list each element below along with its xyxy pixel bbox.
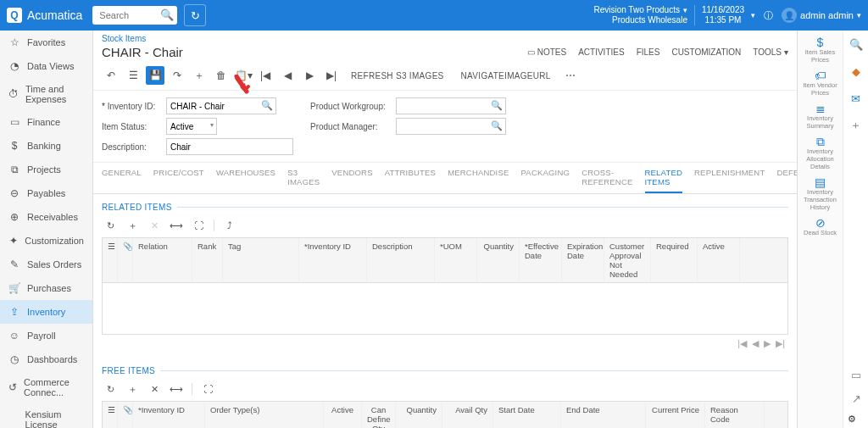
grid-refresh-button[interactable]: ↻ [102,217,119,234]
business-date[interactable]: 11/16/2023 11:35 PM [702,5,744,25]
product-manager-field[interactable] [396,118,506,135]
col-order-types[interactable]: Order Type(s) [205,402,324,428]
files-button[interactable]: FILES [637,47,660,57]
tab-related-items[interactable]: RELATED ITEMS [645,168,683,193]
sidebar-item-sales-orders[interactable]: ✎Sales Orders [0,253,92,276]
col-quantity[interactable]: Quantity [477,238,520,282]
mail-icon[interactable]: ✉ [848,90,865,107]
app-icon[interactable]: ◆ [848,63,865,80]
add-button[interactable]: ＋ [190,66,209,85]
tab-general[interactable]: GENERAL [102,168,142,193]
more-actions-button[interactable]: ⋯ [561,66,580,85]
search-icon[interactable]: 🔍 [848,36,865,53]
col-rank[interactable]: Rank [192,238,223,282]
grid-export-button[interactable]: ⛶ [199,381,216,397]
col-customer-approval[interactable]: Customer Approval Not Needed [604,238,651,282]
tab-vendors[interactable]: VENDORS [331,168,372,193]
tab-s-images[interactable]: S3 IMAGES [287,168,320,193]
refresh-s3-button[interactable]: REFRESH S3 IMAGES [344,66,451,85]
sidebar-item-purchases[interactable]: 🛒Purchases [0,276,92,300]
sidebar-item-customization[interactable]: ✦Customization [0,229,92,253]
product-workgroup-field[interactable] [396,97,506,114]
next-button[interactable]: ▶ [300,66,319,85]
first-button[interactable]: |◀ [256,66,275,85]
sidebar-item-time-and-expenses[interactable]: ⏱Time and Expenses [0,78,92,110]
col-avail-qty[interactable]: Avail Qty [442,402,493,428]
col-inventory-id[interactable]: *Inventory ID [133,402,205,428]
sidebar-item-finance[interactable]: ▭Finance [0,110,92,134]
user-menu[interactable]: 👤 admin admin ▾ [782,8,861,23]
tab-packaging[interactable]: PACKAGING [521,168,570,193]
col-can-define-qty[interactable]: Can Define Qty [362,402,396,428]
sidebar-item-inventory[interactable]: ⇪Inventory [0,300,92,324]
tab-replenishment[interactable]: REPLENISHMENT [694,168,765,193]
sidebar-item-kensium-license[interactable]: Kensium License [0,403,92,428]
tab-deferral[interactable]: DEFERRAL [776,168,797,193]
navigate-image-url-button[interactable]: NAVIGATEIMAGEURL [454,66,558,85]
item-status-field[interactable] [166,118,217,135]
col-tag[interactable]: Tag [223,238,299,282]
sidebar-item-dashboards[interactable]: ◷Dashboards [0,347,92,371]
help-button[interactable]: ⓘ [764,9,773,22]
panel-icon[interactable]: ▭ [848,366,865,383]
col-required[interactable]: Required [651,238,698,282]
pager-first-button[interactable]: |◀ [737,338,747,349]
col-uom[interactable]: *UOM [435,238,477,282]
col-end-date[interactable]: End Date [561,402,646,428]
description-field[interactable] [166,138,293,155]
notes-button[interactable]: ▭ NOTES [527,47,566,57]
col-description[interactable]: Description [367,238,435,282]
grid-add-button[interactable]: ＋ [124,217,141,234]
tab-warehouses[interactable]: WAREHOUSES [216,168,275,193]
tools-button[interactable]: TOOLS ▾ [753,47,788,57]
col-active[interactable]: Active [698,238,740,282]
grid-delete-button[interactable]: ✕ [146,217,163,234]
grid-selector-header[interactable]: ☰ [103,402,118,428]
customization-button[interactable]: CUSTOMIZATION [671,47,741,57]
clipboard-button[interactable]: 📋▾ [234,66,253,85]
sidebar-item-commerce-connec-[interactable]: ↺Commerce Connec... [0,371,92,403]
add-icon[interactable]: ＋ [848,117,865,134]
rail-item-dead-stock[interactable]: ⊘Dead Stock [801,216,840,240]
related-items-grid[interactable]: ☰ 📎 Relation Rank Tag *Inventory ID Desc… [102,237,788,335]
undo-button[interactable]: ↶ [102,66,120,85]
last-button[interactable]: ▶| [322,66,341,85]
col-inventory-id[interactable]: *Inventory ID [299,238,367,282]
sidebar-item-receivables[interactable]: ⊕Receivables [0,205,92,229]
grid-export-button[interactable]: ⛶ [190,217,207,234]
rail-item-inventory-allocation-details[interactable]: ⧉Inventory Allocation Details [801,135,840,174]
grid-fit-button[interactable]: ⟷ [168,381,185,397]
tab-cross-reference[interactable]: CROSS-REFERENCE [581,168,632,193]
brand[interactable]: Q Acumatica [7,8,82,23]
tab-attributes[interactable]: ATTRIBUTES [385,168,436,193]
grid-refresh-button[interactable]: ↻ [102,381,119,397]
prev-button[interactable]: ◀ [278,66,297,85]
save-button[interactable]: 💾 [146,66,164,85]
pager-prev-button[interactable]: ◀ [752,338,759,349]
col-start-date[interactable]: Start Date [493,402,561,428]
grid-selector-header[interactable]: ☰ [103,238,118,282]
col-reason-code[interactable]: Reason Code [705,402,765,428]
tab-merchandise[interactable]: MERCHANDISE [448,168,509,193]
search-icon[interactable]: 🔍 [160,8,174,21]
save-close-button[interactable]: ☰ [124,66,142,85]
rail-item-item-vendor-prices[interactable]: 🏷Item Vendor Prices [801,69,840,100]
settings-icon[interactable]: ⚙ [848,414,865,425]
sidebar-item-banking[interactable]: $Banking [0,134,92,158]
sidebar-item-payables[interactable]: ⊖Payables [0,181,92,205]
refresh-button[interactable]: ↻ [184,4,206,26]
tenant-selector[interactable]: Revision Two Products▾ Products Wholesal… [593,5,695,25]
discard-button[interactable]: ↷ [168,66,186,85]
rail-item-inventory-transaction-history[interactable]: ▤Inventory Transaction History [801,175,840,214]
grid-add-button[interactable]: ＋ [124,381,141,397]
rail-item-inventory-summary[interactable]: ≣Inventory Summary [801,102,840,133]
breadcrumb[interactable]: Stock Items [102,34,146,43]
tab-price-cost[interactable]: PRICE/COST [153,168,204,193]
pager-last-button[interactable]: ▶| [776,338,785,349]
open-icon[interactable]: ↗ [848,390,865,407]
pager-next-button[interactable]: ▶ [764,338,771,349]
col-current-price[interactable]: Current Price [646,402,705,428]
delete-button[interactable]: 🗑 [212,66,231,85]
col-expiration-date[interactable]: Expiration Date [562,238,604,282]
col-effective-date[interactable]: *Effective Date [520,238,562,282]
